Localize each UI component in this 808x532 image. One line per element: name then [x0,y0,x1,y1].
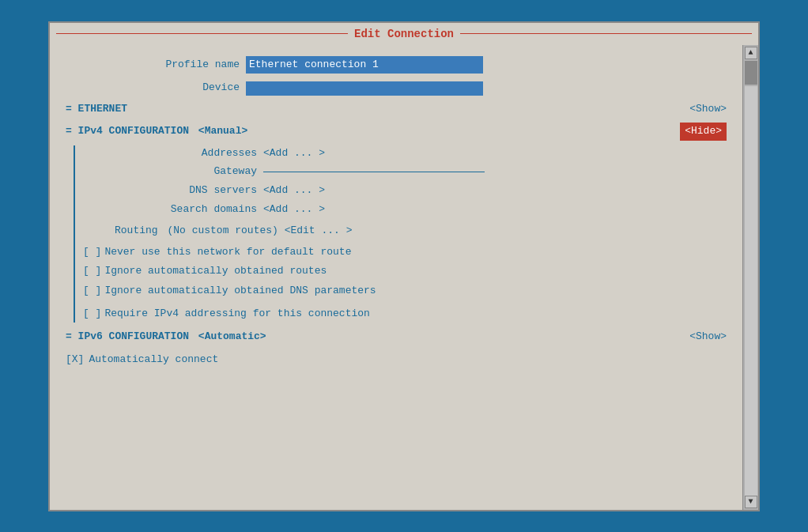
device-row: Device [66,80,727,96]
ipv4-mode[interactable]: <Manual> [198,125,247,137]
main-content: Profile name Ethernet connection 1 Devic… [50,45,742,510]
checkbox2-row: [ ] Ignore automatically obtained routes [83,263,727,280]
title-bar: Edit Connection [50,23,758,45]
scroll-down-button[interactable]: ▼ [745,496,757,508]
checkbox4[interactable]: [ ] [83,306,101,323]
scroll-up-button[interactable]: ▲ [745,47,757,59]
title-line-right [460,33,752,34]
dns-value[interactable]: <Add ... > [263,183,325,199]
auto-connect-checkbox[interactable]: [X] [66,352,84,368]
checkbox3-row: [ ] Ignore automatically obtained DNS pa… [83,283,727,300]
ethernet-show-button[interactable]: <Show> [689,101,727,118]
ipv4-header: = IPv4 CONFIGURATION <Manual> <Hide> [66,123,727,141]
profile-name-label: Profile name [66,57,240,74]
ethernet-label: = ETHERNET [66,101,127,118]
content-area: Profile name Ethernet connection 1 Devic… [50,45,758,510]
title-line-left [56,33,348,34]
auto-connect-row: [X] Automatically connect [66,352,727,368]
check4-label: Require IPv4 addressing for this connect… [104,306,369,323]
gateway-row: Gateway [83,164,727,180]
gateway-label: Gateway [83,164,257,180]
ipv4-details: Addresses <Add ... > Gateway DNS servers… [74,145,727,323]
check2-label: Ignore automatically obtained routes [104,263,327,280]
profile-name-row: Profile name Ethernet connection 1 [66,56,727,74]
device-label: Device [66,80,240,96]
auto-connect-label: Automatically connect [89,352,218,368]
ipv6-section: = IPv6 CONFIGURATION <Automatic> <Show> [66,329,727,345]
scroll-thumb[interactable] [745,61,757,85]
search-domains-value[interactable]: <Add ... > [263,202,325,218]
checkbox3[interactable]: [ ] [83,283,101,300]
addresses-label: Addresses [83,145,257,162]
search-domains-label: Search domains [83,202,257,218]
checkbox2[interactable]: [ ] [83,263,101,280]
ipv6-mode[interactable]: <Automatic> [198,330,266,342]
profile-name-input[interactable]: Ethernet connection 1 [246,56,483,74]
ipv6-show-button[interactable]: <Show> [689,329,727,345]
addresses-row: Addresses <Add ... > [83,145,727,162]
dns-row: DNS servers <Add ... > [83,183,727,199]
routing-label: Routing [115,224,158,236]
checkbox1[interactable]: [ ] [83,244,101,261]
ipv6-label: = IPv6 CONFIGURATION <Automatic> [66,329,266,345]
check3-label: Ignore automatically obtained DNS parame… [104,283,376,300]
window-title: Edit Connection [354,28,454,40]
device-input[interactable] [246,81,483,96]
check1-label: Never use this network for default route [104,244,351,261]
search-domains-row: Search domains <Add ... > [83,202,727,218]
ethernet-section: = ETHERNET <Show> [66,101,727,118]
routing-value[interactable]: (No custom routes) <Edit ... > [167,224,352,236]
ipv4-hide-button[interactable]: <Hide> [680,123,727,141]
gateway-input[interactable] [263,172,485,172]
routing-row: Routing (No custom routes) <Edit ... > [83,223,727,240]
scrollbar: ▲ ▼ [742,45,758,510]
addresses-value[interactable]: <Add ... > [263,145,325,162]
checkbox1-row: [ ] Never use this network for default r… [83,244,727,261]
ipv4-section: = IPv4 CONFIGURATION <Manual> <Hide> Add… [66,123,727,323]
edit-connection-window: Edit Connection Profile name Ethernet co… [48,21,760,511]
checkbox4-spacer: [ ] Require IPv4 addressing for this con… [83,306,727,323]
scroll-track [745,86,757,496]
dns-label: DNS servers [83,183,257,199]
ipv4-label: = IPv4 CONFIGURATION <Manual> [66,123,247,140]
checkbox4-row: [ ] Require IPv4 addressing for this con… [83,306,727,323]
